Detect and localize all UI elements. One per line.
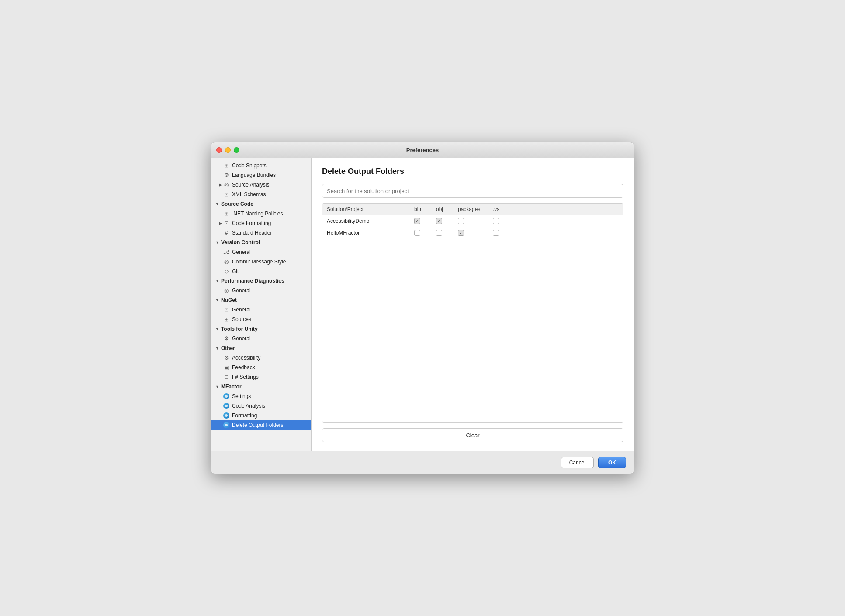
close-button[interactable] — [216, 147, 222, 153]
sidebar-item-feedback[interactable]: ▣ Feedback — [211, 363, 311, 372]
cell-bin[interactable] — [414, 218, 436, 224]
nuget-sources-icon: ⊞ — [223, 316, 229, 322]
checkbox-bin-accessibility[interactable] — [414, 218, 420, 224]
section-other[interactable]: ▼ Other — [211, 343, 311, 353]
checkbox-vs-hello[interactable] — [493, 230, 499, 236]
sidebar-item-label: General — [232, 249, 251, 255]
sidebar-item-label: Settings — [232, 393, 251, 399]
sidebar-item-label: General — [232, 307, 251, 313]
zoom-button[interactable] — [234, 147, 239, 153]
sidebar-item-nuget-sources[interactable]: ⊞ Sources — [211, 315, 311, 324]
cell-bin[interactable] — [414, 230, 436, 236]
sidebar-item-label: Formatting — [232, 412, 257, 419]
col-header-vs: .vs — [493, 206, 515, 212]
source-analysis-icon: ◎ — [223, 182, 229, 188]
sidebar-item-xml-schemas[interactable]: ⊡ XML Schemas — [211, 190, 311, 199]
commit-message-icon: ◎ — [223, 259, 229, 265]
section-label: Tools for Unity — [221, 326, 258, 332]
sidebar-item-label: General — [232, 287, 251, 294]
sidebar-item-mf-formatting[interactable]: Formatting — [211, 411, 311, 420]
sidebar-item-language-bundles[interactable]: ⚙ Language Bundles — [211, 170, 311, 180]
traffic-lights — [216, 147, 239, 153]
sidebar-item-label: Sources — [232, 316, 251, 322]
sidebar-item-mf-code-analysis[interactable]: Code Analysis — [211, 401, 311, 411]
sidebar-item-label: XML Schemas — [232, 191, 266, 197]
sidebar-item-fsharp-settings[interactable]: ⊡ F# Settings — [211, 372, 311, 382]
checkbox-bin-hello[interactable] — [414, 230, 420, 236]
table-row: HelloMFractor — [322, 227, 623, 239]
sidebar-item-nuget-general[interactable]: ⊡ General — [211, 305, 311, 315]
titlebar: Preferences — [211, 142, 634, 158]
xml-schemas-icon: ⊡ — [223, 191, 229, 197]
cancel-button[interactable]: Cancel — [561, 457, 594, 468]
mfactor-code-analysis-icon — [223, 403, 229, 409]
feedback-icon: ▣ — [223, 364, 229, 370]
section-version-control[interactable]: ▼ Version Control — [211, 238, 311, 247]
language-bundles-icon: ⚙ — [223, 172, 229, 178]
sidebar-item-commit-message[interactable]: ◎ Commit Message Style — [211, 257, 311, 266]
git-icon: ◇ — [223, 268, 229, 274]
section-nuget[interactable]: ▼ NuGet — [211, 295, 311, 305]
sidebar-item-label: Accessibility — [232, 355, 260, 361]
col-header-obj: obj — [436, 206, 458, 212]
cell-packages[interactable] — [458, 218, 493, 224]
section-label: Performance Diagnostics — [221, 278, 284, 284]
sidebar-item-label: Source Analysis — [232, 182, 269, 188]
expand-arrow-icon: ▶ — [219, 221, 222, 225]
ok-button[interactable]: OK — [598, 457, 626, 468]
window-title: Preferences — [406, 147, 439, 153]
cell-obj[interactable] — [436, 218, 458, 224]
col-header-packages: packages — [458, 206, 493, 212]
sidebar-item-git[interactable]: ◇ Git — [211, 266, 311, 276]
section-label: Version Control — [221, 239, 260, 246]
sidebar-item-label: Language Bundles — [232, 172, 276, 178]
cell-packages[interactable] — [458, 230, 493, 236]
nuget-general-icon: ⊡ — [223, 307, 229, 313]
search-input[interactable] — [322, 184, 623, 198]
sidebar-item-standard-header[interactable]: # Standard Header — [211, 228, 311, 238]
sidebar-item-mf-settings[interactable]: Settings — [211, 391, 311, 401]
sidebar-item-accessibility[interactable]: ⚙ Accessibility — [211, 353, 311, 363]
cell-vs[interactable] — [493, 218, 515, 224]
chevron-icon: ▼ — [215, 346, 219, 350]
section-source-code[interactable]: ▼ Source Code — [211, 199, 311, 209]
page-title: Delete Output Folders — [322, 167, 623, 176]
sidebar-item-label: Code Formatting — [232, 220, 271, 226]
mfactor-formatting-icon — [223, 412, 229, 419]
table-header-row: Solution/Project bin obj packages .vs — [322, 204, 623, 215]
cell-vs[interactable] — [493, 230, 515, 236]
cell-project-name: HelloMFractor — [327, 230, 414, 236]
chevron-icon: ▼ — [215, 240, 219, 245]
sidebar-item-unity-general[interactable]: ⚙ General — [211, 334, 311, 343]
checkbox-obj-accessibility[interactable] — [436, 218, 442, 224]
sidebar-item-label: Commit Message Style — [232, 259, 286, 265]
clear-button[interactable]: Clear — [322, 428, 623, 442]
minimize-button[interactable] — [225, 147, 231, 153]
sidebar-item-label: F# Settings — [232, 374, 259, 380]
sidebar-item-mf-delete-output[interactable]: Delete Output Folders — [211, 420, 311, 430]
main-content: Delete Output Folders Solution/Project b… — [312, 158, 634, 451]
checkbox-packages-accessibility[interactable] — [458, 218, 464, 224]
cell-obj[interactable] — [436, 230, 458, 236]
projects-table: Solution/Project bin obj packages .vs Ac… — [322, 203, 623, 423]
sidebar-item-label: General — [232, 336, 251, 342]
checkbox-obj-hello[interactable] — [436, 230, 442, 236]
cell-project-name: AccessibilityDemo — [327, 218, 414, 224]
mfactor-settings-icon — [223, 393, 229, 399]
sidebar-item-source-analysis[interactable]: ▶ ◎ Source Analysis — [211, 180, 311, 190]
checkbox-vs-accessibility[interactable] — [493, 218, 499, 224]
sidebar-item-code-snippets[interactable]: ⊞ Code Snippets — [211, 161, 311, 170]
fsharp-settings-icon: ⊡ — [223, 374, 229, 380]
sidebar-item-label: Feedback — [232, 364, 255, 370]
sidebar-item-pd-general[interactable]: ◎ General — [211, 286, 311, 295]
standard-header-icon: # — [223, 230, 229, 236]
sidebar-item-code-formatting[interactable]: ▶ ⊡ Code Formatting — [211, 218, 311, 228]
section-mfactor[interactable]: ▼ MFactor — [211, 382, 311, 391]
section-tools-for-unity[interactable]: ▼ Tools for Unity — [211, 324, 311, 334]
sidebar-item-label: Delete Output Folders — [232, 422, 283, 428]
sidebar-item-net-naming[interactable]: ⊞ .NET Naming Policies — [211, 209, 311, 218]
section-label: MFactor — [221, 384, 242, 390]
section-performance-diagnostics[interactable]: ▼ Performance Diagnostics — [211, 276, 311, 286]
checkbox-packages-hello[interactable] — [458, 230, 464, 236]
sidebar-item-vc-general[interactable]: ⎇ General — [211, 247, 311, 257]
